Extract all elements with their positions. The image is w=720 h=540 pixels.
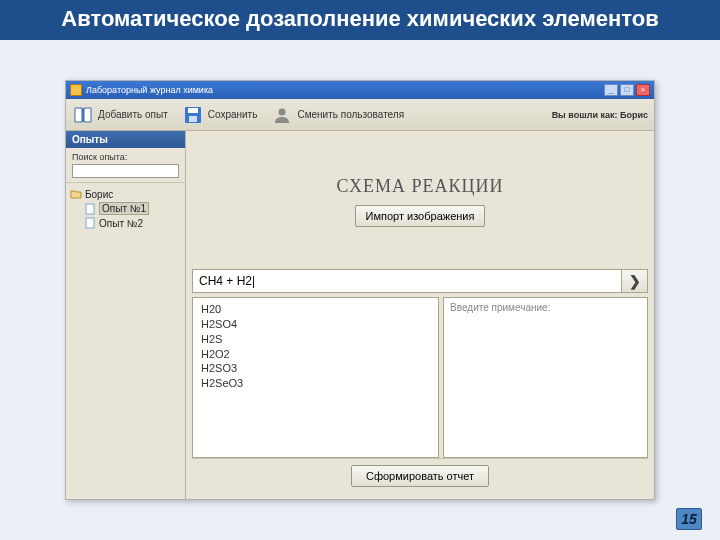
svg-point-3 bbox=[279, 108, 286, 115]
tree-root[interactable]: Борис bbox=[70, 187, 181, 201]
file-icon bbox=[84, 203, 96, 215]
list-item[interactable]: H2O2 bbox=[201, 347, 430, 362]
folder-icon bbox=[70, 188, 82, 200]
note-textarea[interactable]: Введите примечание: bbox=[443, 297, 648, 458]
slide-title: Автоматическое дозаполнение химических э… bbox=[0, 0, 720, 40]
app-icon bbox=[70, 84, 82, 96]
window-titlebar: Лабораторный журнал химика _ □ × bbox=[66, 81, 654, 99]
maximize-button[interactable]: □ bbox=[620, 84, 634, 96]
minimize-button[interactable]: _ bbox=[604, 84, 618, 96]
svg-rect-1 bbox=[188, 108, 198, 113]
autocomplete-list[interactable]: H20 H2SO4 H2S H2O2 H2SO3 H2SeO3 bbox=[192, 297, 439, 458]
footer: Сформировать отчет bbox=[192, 458, 648, 493]
sidebar: Опыты Поиск опыта: Борис Опыт №1 bbox=[66, 131, 186, 499]
list-item[interactable]: H2SO4 bbox=[201, 317, 430, 332]
search-block: Поиск опыта: bbox=[66, 148, 185, 183]
user-icon bbox=[271, 105, 293, 125]
add-experiment-button[interactable]: Добавить опыт bbox=[72, 105, 168, 125]
generate-report-button[interactable]: Сформировать отчет bbox=[351, 465, 489, 487]
logged-in-label: Вы вошли как: Борис bbox=[552, 110, 648, 120]
svg-rect-2 bbox=[189, 116, 197, 122]
search-label: Поиск опыта: bbox=[72, 152, 179, 162]
svg-rect-5 bbox=[86, 218, 94, 228]
floppy-icon bbox=[182, 105, 204, 125]
list-item[interactable]: H2S bbox=[201, 332, 430, 347]
scheme-title: СХЕМА РЕАКЦИИ bbox=[336, 176, 503, 197]
switch-user-button[interactable]: Сменить пользователя bbox=[271, 105, 404, 125]
list-item[interactable]: H2SeO3 bbox=[201, 376, 430, 391]
formula-row: CH4 + H2| ❯ bbox=[192, 269, 648, 293]
notebook-icon bbox=[72, 105, 94, 125]
app-window: Лабораторный журнал химика _ □ × Добавит… bbox=[65, 80, 655, 500]
window-title: Лабораторный журнал химика bbox=[86, 85, 213, 95]
tree-item[interactable]: Опыт №2 bbox=[70, 216, 181, 230]
lower-panels: H20 H2SO4 H2S H2O2 H2SO3 H2SeO3 Введите … bbox=[192, 297, 648, 458]
chevron-right-icon: ❯ bbox=[629, 273, 641, 289]
formula-input[interactable]: CH4 + H2| bbox=[192, 269, 622, 293]
import-image-button[interactable]: Импорт изображения bbox=[355, 205, 486, 227]
experiment-tree[interactable]: Борис Опыт №1 Опыт №2 bbox=[66, 183, 185, 234]
list-item[interactable]: H2SO3 bbox=[201, 361, 430, 376]
toolbar: Добавить опыт Сохранить Сменить пользова… bbox=[66, 99, 654, 131]
tree-item-label: Опыт №2 bbox=[99, 218, 143, 229]
main-panel: СХЕМА РЕАКЦИИ Импорт изображения CH4 + H… bbox=[186, 131, 654, 499]
tree-item-label: Опыт №1 bbox=[99, 202, 149, 215]
slide-number: 15 bbox=[676, 508, 702, 530]
save-button[interactable]: Сохранить bbox=[182, 105, 258, 125]
reaction-scheme-area: СХЕМА РЕАКЦИИ Импорт изображения bbox=[192, 137, 648, 265]
list-item[interactable]: H20 bbox=[201, 302, 430, 317]
file-icon bbox=[84, 217, 96, 229]
close-button[interactable]: × bbox=[636, 84, 650, 96]
svg-rect-4 bbox=[86, 204, 94, 214]
tree-item[interactable]: Опыт №1 bbox=[70, 201, 181, 216]
sidebar-header: Опыты bbox=[66, 131, 185, 148]
content-area: Опыты Поиск опыта: Борис Опыт №1 bbox=[66, 131, 654, 499]
submit-formula-button[interactable]: ❯ bbox=[622, 269, 648, 293]
search-input[interactable] bbox=[72, 164, 179, 178]
